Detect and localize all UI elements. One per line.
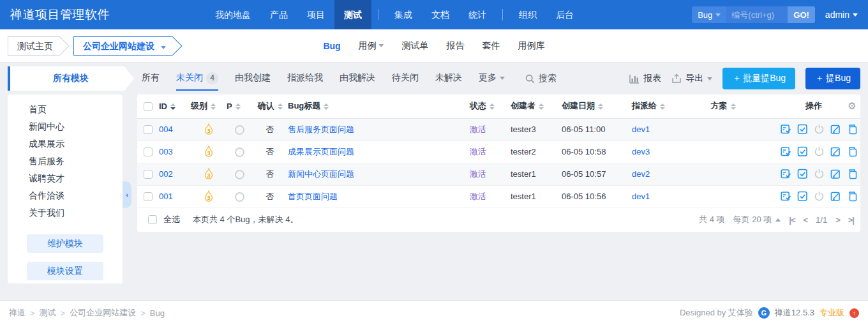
footer-crumb-zentao[interactable]: 禅道: [9, 307, 26, 319]
edit-bug-icon[interactable]: [830, 124, 841, 135]
tab-bug[interactable]: Bug: [323, 41, 340, 51]
assigned-to-link[interactable]: dev1: [632, 125, 650, 134]
copy-bug-icon[interactable]: [847, 169, 858, 179]
row-checkbox[interactable]: [144, 147, 153, 156]
row-checkbox[interactable]: [144, 170, 153, 179]
confirm-bug-icon[interactable]: [781, 124, 791, 135]
footer-crumb-product[interactable]: 公司企业网站建设: [70, 307, 136, 319]
assigned-to-link[interactable]: dev3: [632, 147, 650, 156]
bug-id-link[interactable]: 003: [159, 147, 173, 156]
row-checkbox[interactable]: [144, 192, 153, 201]
user-menu[interactable]: admin: [825, 10, 858, 20]
column-plan[interactable]: 方案: [696, 94, 751, 118]
nav-item-doc[interactable]: 文档: [422, 0, 459, 29]
module-settings-button[interactable]: 模块设置: [27, 262, 103, 280]
filter-tab-more[interactable]: 更多: [479, 66, 505, 91]
version-label[interactable]: 禅道12.5.3: [775, 307, 814, 319]
bug-id-link[interactable]: 002: [159, 169, 173, 179]
footer-crumb-bug[interactable]: Bug: [150, 308, 165, 318]
footer-crumb-test[interactable]: 测试: [40, 307, 56, 319]
sidebar-collapse-handle[interactable]: ‹: [123, 181, 131, 208]
bug-id-link[interactable]: 001: [159, 192, 173, 201]
resolve-bug-icon[interactable]: [797, 191, 808, 202]
search-toggle[interactable]: 搜索: [525, 73, 557, 84]
edit-bug-icon[interactable]: [830, 191, 841, 202]
sidebar-item-achievements[interactable]: 成果展示: [8, 135, 123, 153]
filter-tab-assigntome[interactable]: 指派给我: [287, 66, 323, 91]
resolve-bug-icon[interactable]: [797, 124, 808, 135]
column-title[interactable]: Bug标题: [288, 94, 470, 118]
search-type-dropdown[interactable]: Bug: [692, 6, 726, 23]
select-all-label[interactable]: 全选: [163, 214, 180, 225]
resolve-bug-icon[interactable]: [797, 169, 808, 179]
filter-tab-openedbyme[interactable]: 由我创建: [235, 66, 271, 91]
breadcrumb-test-home[interactable]: 测试主页: [8, 36, 59, 56]
prev-page-button[interactable]: <: [804, 215, 808, 225]
all-modules-header[interactable]: 所有模块: [8, 66, 134, 91]
nav-item-stats[interactable]: 统计: [459, 0, 496, 29]
go-button[interactable]: GO!: [788, 6, 815, 23]
bug-id-link[interactable]: 004: [159, 125, 173, 134]
column-severity[interactable]: 级别: [191, 94, 227, 118]
copy-bug-icon[interactable]: [847, 191, 858, 202]
column-confirmed[interactable]: 确认: [252, 94, 288, 118]
assigned-to-link[interactable]: dev1: [632, 192, 650, 201]
tab-testtask[interactable]: 测试单: [402, 40, 429, 52]
edit-bug-icon[interactable]: [830, 146, 841, 157]
filter-tab-unclosed[interactable]: 未关闭 4: [176, 66, 218, 91]
confirm-bug-icon[interactable]: [781, 146, 791, 157]
nav-item-admin[interactable]: 后台: [546, 0, 583, 29]
filter-tab-all[interactable]: 所有: [142, 66, 160, 91]
batch-create-bug-button[interactable]: ＋ 批量提Bug: [722, 68, 795, 89]
edit-bug-icon[interactable]: [830, 169, 841, 179]
select-all-checkbox[interactable]: [148, 215, 157, 224]
report-button[interactable]: 报表: [629, 73, 661, 84]
column-assigned[interactable]: 指派给: [632, 94, 696, 118]
column-created[interactable]: 创建日期: [562, 94, 632, 118]
copy-bug-icon[interactable]: [847, 146, 858, 157]
tab-caselib[interactable]: 用例库: [518, 40, 545, 52]
bug-title-link[interactable]: 售后服务页面问题: [288, 125, 354, 134]
resolve-bug-icon[interactable]: [797, 146, 808, 157]
column-id[interactable]: ID: [159, 94, 191, 118]
nav-item-my[interactable]: 我的地盘: [206, 0, 260, 29]
sidebar-item-home[interactable]: 首页: [8, 101, 123, 118]
breadcrumb-product-switcher[interactable]: 公司企业网站建设: [73, 36, 172, 56]
row-checkbox[interactable]: [144, 125, 153, 134]
gear-icon[interactable]: ⚙: [848, 100, 856, 111]
last-page-button[interactable]: >|: [848, 215, 854, 225]
sidebar-item-news[interactable]: 新闻中心: [8, 118, 123, 135]
next-page-button[interactable]: >: [835, 215, 840, 225]
select-all-checkbox[interactable]: [144, 102, 153, 111]
export-dropdown[interactable]: 导出: [671, 73, 712, 84]
bug-title-link[interactable]: 成果展示页面问题: [288, 147, 354, 156]
confirm-bug-icon[interactable]: [781, 169, 791, 179]
sidebar-item-cooperation[interactable]: 合作洽谈: [8, 187, 123, 204]
edition-label[interactable]: 专业版: [819, 307, 844, 319]
first-page-button[interactable]: |<: [789, 215, 795, 225]
sidebar-item-aftersales[interactable]: 售后服务: [8, 153, 123, 170]
nav-item-integration[interactable]: 集成: [385, 0, 422, 29]
bug-title-link[interactable]: 首页页面问题: [288, 192, 338, 201]
nav-item-test[interactable]: 测试: [334, 0, 371, 29]
filter-tab-resolvedbyme[interactable]: 由我解决: [340, 66, 375, 91]
tab-report[interactable]: 报告: [447, 40, 465, 52]
maintain-modules-button[interactable]: 维护模块: [27, 234, 103, 253]
column-priority[interactable]: P: [227, 94, 252, 118]
nav-item-org[interactable]: 组织: [509, 0, 546, 29]
sidebar-item-about[interactable]: 关于我们: [8, 204, 123, 222]
nav-item-product[interactable]: 产品: [260, 0, 297, 29]
confirm-bug-icon[interactable]: [781, 191, 791, 202]
column-status[interactable]: 状态: [470, 94, 511, 118]
app-brand[interactable]: 禅道项目管理软件: [10, 6, 110, 23]
filter-tab-toclose[interactable]: 待关闭: [392, 66, 419, 91]
tab-suite[interactable]: 套件: [483, 40, 500, 52]
sidebar-item-jobs[interactable]: 诚聘英才: [8, 170, 123, 187]
tab-case[interactable]: 用例: [359, 40, 384, 52]
copy-bug-icon[interactable]: [847, 124, 858, 135]
column-creator[interactable]: 创建者: [511, 94, 562, 118]
per-page-dropdown[interactable]: 每页 20 项: [733, 214, 781, 225]
assigned-to-link[interactable]: dev2: [632, 169, 650, 179]
upgrade-icon[interactable]: ↑: [849, 308, 859, 318]
bug-title-link[interactable]: 新闻中心页面问题: [288, 169, 354, 179]
